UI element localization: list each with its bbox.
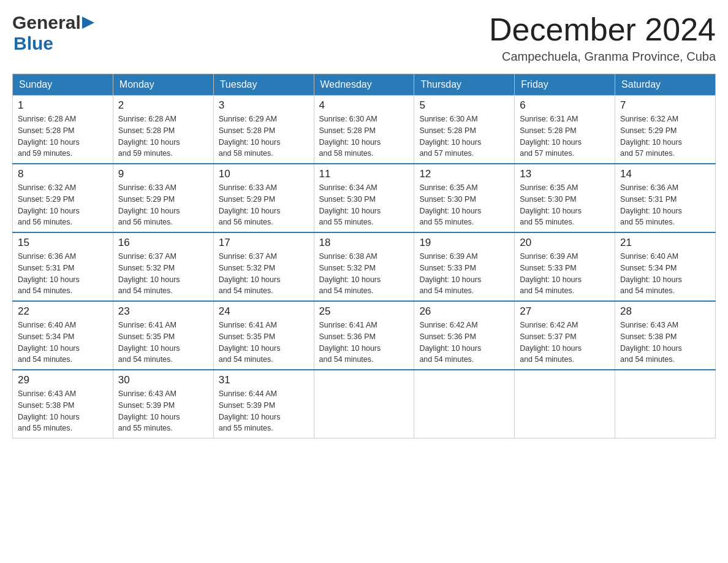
col-header-monday: Monday	[113, 74, 213, 96]
calendar-cell: 11Sunrise: 6:34 AMSunset: 5:30 PMDayligh…	[314, 164, 414, 232]
day-number: 16	[118, 237, 208, 249]
day-number: 26	[419, 305, 509, 318]
calendar-cell: 5Sunrise: 6:30 AMSunset: 5:28 PMDaylight…	[414, 96, 515, 164]
day-number: 13	[520, 168, 610, 180]
day-number: 27	[520, 305, 610, 318]
day-info: Sunrise: 6:38 AMSunset: 5:32 PMDaylight:…	[319, 251, 409, 297]
calendar-cell: 15Sunrise: 6:36 AMSunset: 5:31 PMDayligh…	[13, 232, 113, 301]
day-number: 30	[118, 374, 208, 386]
day-info: Sunrise: 6:34 AMSunset: 5:30 PMDaylight:…	[319, 182, 409, 228]
day-number: 29	[18, 374, 108, 386]
calendar-cell: 19Sunrise: 6:39 AMSunset: 5:33 PMDayligh…	[414, 232, 515, 301]
day-number: 23	[118, 305, 208, 318]
day-info: Sunrise: 6:43 AMSunset: 5:38 PMDaylight:…	[620, 320, 710, 366]
day-number: 4	[319, 99, 409, 112]
calendar-cell	[314, 370, 414, 439]
calendar-cell: 22Sunrise: 6:40 AMSunset: 5:34 PMDayligh…	[13, 301, 113, 370]
col-header-saturday: Saturday	[615, 74, 716, 96]
calendar-week-row: 1Sunrise: 6:28 AMSunset: 5:28 PMDaylight…	[13, 96, 716, 164]
calendar-cell: 9Sunrise: 6:33 AMSunset: 5:29 PMDaylight…	[113, 164, 213, 232]
calendar-cell: 10Sunrise: 6:33 AMSunset: 5:29 PMDayligh…	[213, 164, 314, 232]
day-number: 22	[18, 305, 108, 318]
calendar-cell: 14Sunrise: 6:36 AMSunset: 5:31 PMDayligh…	[615, 164, 716, 232]
day-number: 28	[620, 305, 710, 318]
calendar-cell: 31Sunrise: 6:44 AMSunset: 5:39 PMDayligh…	[213, 370, 314, 439]
calendar-cell: 4Sunrise: 6:30 AMSunset: 5:28 PMDaylight…	[314, 96, 414, 164]
day-info: Sunrise: 6:39 AMSunset: 5:33 PMDaylight:…	[419, 251, 509, 297]
calendar-cell: 20Sunrise: 6:39 AMSunset: 5:33 PMDayligh…	[515, 232, 615, 301]
logo-blue-text: Blue	[13, 33, 53, 54]
day-number: 15	[18, 237, 108, 249]
day-info: Sunrise: 6:42 AMSunset: 5:37 PMDaylight:…	[520, 320, 610, 366]
svg-marker-0	[82, 17, 94, 29]
day-info: Sunrise: 6:36 AMSunset: 5:31 PMDaylight:…	[18, 251, 108, 297]
calendar-cell: 21Sunrise: 6:40 AMSunset: 5:34 PMDayligh…	[615, 232, 716, 301]
calendar-cell: 26Sunrise: 6:42 AMSunset: 5:36 PMDayligh…	[414, 301, 515, 370]
calendar-cell: 7Sunrise: 6:32 AMSunset: 5:29 PMDaylight…	[615, 96, 716, 164]
calendar-cell	[414, 370, 515, 439]
calendar-cell: 29Sunrise: 6:43 AMSunset: 5:38 PMDayligh…	[13, 370, 113, 439]
day-number: 12	[419, 168, 509, 180]
day-number: 10	[219, 168, 309, 180]
day-number: 20	[520, 237, 610, 249]
calendar-header-row: SundayMondayTuesdayWednesdayThursdayFrid…	[13, 74, 716, 96]
day-info: Sunrise: 6:43 AMSunset: 5:39 PMDaylight:…	[118, 388, 208, 434]
day-number: 19	[419, 237, 509, 249]
calendar-cell: 27Sunrise: 6:42 AMSunset: 5:37 PMDayligh…	[515, 301, 615, 370]
col-header-sunday: Sunday	[13, 74, 113, 96]
day-info: Sunrise: 6:42 AMSunset: 5:36 PMDaylight:…	[419, 320, 509, 366]
day-number: 2	[118, 99, 208, 112]
day-info: Sunrise: 6:30 AMSunset: 5:28 PMDaylight:…	[319, 113, 409, 159]
day-info: Sunrise: 6:28 AMSunset: 5:28 PMDaylight:…	[18, 113, 108, 159]
day-info: Sunrise: 6:29 AMSunset: 5:28 PMDaylight:…	[219, 113, 309, 159]
day-info: Sunrise: 6:40 AMSunset: 5:34 PMDaylight:…	[18, 320, 108, 366]
calendar-week-row: 8Sunrise: 6:32 AMSunset: 5:29 PMDaylight…	[13, 164, 716, 232]
calendar-cell: 25Sunrise: 6:41 AMSunset: 5:36 PMDayligh…	[314, 301, 414, 370]
day-info: Sunrise: 6:30 AMSunset: 5:28 PMDaylight:…	[419, 113, 509, 159]
calendar-cell: 23Sunrise: 6:41 AMSunset: 5:35 PMDayligh…	[113, 301, 213, 370]
day-info: Sunrise: 6:31 AMSunset: 5:28 PMDaylight:…	[520, 113, 610, 159]
calendar-cell: 2Sunrise: 6:28 AMSunset: 5:28 PMDaylight…	[113, 96, 213, 164]
day-info: Sunrise: 6:40 AMSunset: 5:34 PMDaylight:…	[620, 251, 710, 297]
logo: General Blue	[12, 12, 94, 54]
logo-arrow-icon	[82, 17, 94, 31]
calendar-cell: 12Sunrise: 6:35 AMSunset: 5:30 PMDayligh…	[414, 164, 515, 232]
day-info: Sunrise: 6:41 AMSunset: 5:36 PMDaylight:…	[319, 320, 409, 366]
location-subtitle: Campechuela, Granma Province, Cuba	[489, 50, 716, 64]
day-info: Sunrise: 6:32 AMSunset: 5:29 PMDaylight:…	[620, 113, 710, 159]
calendar-cell: 28Sunrise: 6:43 AMSunset: 5:38 PMDayligh…	[615, 301, 716, 370]
calendar-cell: 3Sunrise: 6:29 AMSunset: 5:28 PMDaylight…	[213, 96, 314, 164]
calendar-cell: 1Sunrise: 6:28 AMSunset: 5:28 PMDaylight…	[13, 96, 113, 164]
day-info: Sunrise: 6:32 AMSunset: 5:29 PMDaylight:…	[18, 182, 108, 228]
calendar-cell: 13Sunrise: 6:35 AMSunset: 5:30 PMDayligh…	[515, 164, 615, 232]
day-number: 8	[18, 168, 108, 180]
logo-general-text: General	[12, 12, 81, 33]
calendar-cell: 24Sunrise: 6:41 AMSunset: 5:35 PMDayligh…	[213, 301, 314, 370]
month-title: December 2024	[489, 12, 716, 47]
title-area: December 2024 Campechuela, Granma Provin…	[489, 12, 716, 64]
calendar-table: SundayMondayTuesdayWednesdayThursdayFrid…	[12, 74, 716, 439]
page-header: General Blue December 2024 Campechuela, …	[12, 12, 716, 64]
day-info: Sunrise: 6:44 AMSunset: 5:39 PMDaylight:…	[219, 388, 309, 434]
calendar-cell	[615, 370, 716, 439]
day-info: Sunrise: 6:41 AMSunset: 5:35 PMDaylight:…	[219, 320, 309, 366]
calendar-week-row: 29Sunrise: 6:43 AMSunset: 5:38 PMDayligh…	[13, 370, 716, 439]
day-number: 14	[620, 168, 710, 180]
day-number: 25	[319, 305, 409, 318]
day-info: Sunrise: 6:36 AMSunset: 5:31 PMDaylight:…	[620, 182, 710, 228]
day-info: Sunrise: 6:43 AMSunset: 5:38 PMDaylight:…	[18, 388, 108, 434]
calendar-cell	[515, 370, 615, 439]
day-number: 17	[219, 237, 309, 249]
day-number: 31	[219, 374, 309, 386]
col-header-wednesday: Wednesday	[314, 74, 414, 96]
day-info: Sunrise: 6:33 AMSunset: 5:29 PMDaylight:…	[118, 182, 208, 228]
col-header-friday: Friday	[515, 74, 615, 96]
day-number: 11	[319, 168, 409, 180]
calendar-cell: 6Sunrise: 6:31 AMSunset: 5:28 PMDaylight…	[515, 96, 615, 164]
calendar-cell: 30Sunrise: 6:43 AMSunset: 5:39 PMDayligh…	[113, 370, 213, 439]
day-number: 7	[620, 99, 710, 112]
calendar-cell: 18Sunrise: 6:38 AMSunset: 5:32 PMDayligh…	[314, 232, 414, 301]
day-info: Sunrise: 6:28 AMSunset: 5:28 PMDaylight:…	[118, 113, 208, 159]
day-info: Sunrise: 6:33 AMSunset: 5:29 PMDaylight:…	[219, 182, 309, 228]
day-number: 24	[219, 305, 309, 318]
